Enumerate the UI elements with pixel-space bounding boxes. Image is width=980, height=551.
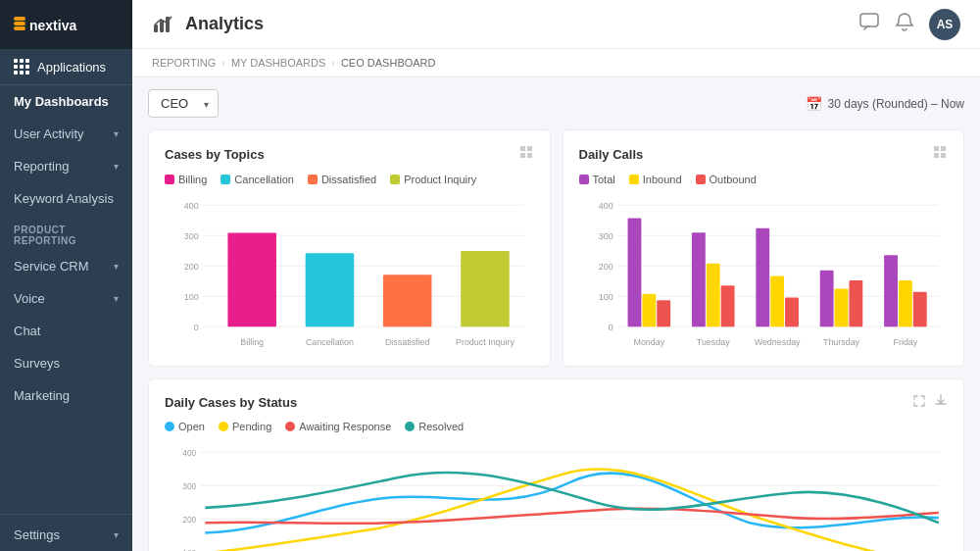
cases-status-line-chart: 400 300 200 100 0 Mon bbox=[165, 442, 948, 551]
calls-download-icon[interactable] bbox=[932, 144, 948, 164]
svg-rect-48 bbox=[706, 264, 719, 327]
svg-text:200: 200 bbox=[598, 262, 612, 272]
svg-rect-9 bbox=[527, 146, 532, 151]
breadcrumb-ceo-dashboard: CEO DASHBOARD bbox=[341, 57, 436, 69]
svg-rect-8 bbox=[520, 146, 525, 151]
svg-rect-44 bbox=[627, 218, 641, 326]
sidebar-item-surveys[interactable]: Surveys bbox=[0, 347, 132, 379]
topbar: Analytics AS bbox=[132, 0, 980, 49]
legend-total: Total bbox=[579, 174, 615, 185]
legend-resolved-dot bbox=[405, 422, 415, 431]
svg-rect-56 bbox=[884, 255, 898, 326]
sidebar-item-marketing[interactable]: Marketing bbox=[0, 379, 132, 412]
filter-row: CEO CFO COO ▾ 📅 30 days (Rounded) – Now bbox=[148, 89, 964, 118]
sidebar-item-reporting[interactable]: Reporting ▾ bbox=[0, 150, 132, 182]
svg-text:Monday: Monday bbox=[633, 337, 664, 347]
svg-rect-47 bbox=[691, 232, 705, 326]
legend-awaiting-response: Awaiting Response bbox=[285, 421, 391, 432]
svg-rect-54 bbox=[834, 288, 848, 326]
svg-rect-10 bbox=[520, 153, 525, 158]
calendar-icon: 📅 bbox=[806, 96, 822, 112]
svg-text:Dissatisfied: Dissatisfied bbox=[385, 337, 430, 347]
legend-open: Open bbox=[165, 421, 205, 432]
topbar-actions: AS bbox=[858, 9, 960, 40]
applications-button[interactable]: Applications bbox=[0, 49, 132, 85]
chat-icon[interactable] bbox=[858, 11, 880, 37]
cases-by-topics-card: Cases by Topics Billing Cancellation bbox=[148, 129, 551, 367]
svg-text:200: 200 bbox=[182, 515, 196, 526]
content-area: CEO CFO COO ▾ 📅 30 days (Rounded) – Now … bbox=[132, 77, 980, 551]
svg-rect-50 bbox=[756, 228, 769, 326]
cases-download-icon[interactable] bbox=[518, 144, 534, 164]
legend-billing: Billing bbox=[165, 174, 207, 185]
cases-status-download-icon[interactable] bbox=[934, 393, 948, 411]
sidebar-header: nextiva bbox=[0, 0, 132, 49]
svg-rect-57 bbox=[898, 280, 911, 326]
legend-inbound-dot bbox=[629, 175, 639, 184]
legend-product-inquiry-dot bbox=[390, 175, 400, 184]
sidebar-item-voice[interactable]: Voice ▾ bbox=[0, 282, 132, 315]
svg-text:100: 100 bbox=[184, 292, 199, 302]
svg-rect-51 bbox=[770, 276, 784, 327]
svg-text:Friday: Friday bbox=[893, 337, 917, 347]
legend-pending: Pending bbox=[219, 421, 271, 432]
svg-rect-49 bbox=[720, 285, 734, 326]
legend-resolved: Resolved bbox=[405, 421, 464, 432]
svg-rect-1 bbox=[14, 22, 25, 25]
sidebar-item-user-activity[interactable]: User Activity ▾ bbox=[0, 118, 132, 150]
svg-rect-31 bbox=[941, 146, 946, 151]
dashboard-dropdown[interactable]: CEO CFO COO bbox=[148, 89, 219, 118]
chevron-icon: ▾ bbox=[114, 161, 119, 172]
legend-pending-dot bbox=[219, 422, 228, 431]
svg-text:Product Inquiry: Product Inquiry bbox=[456, 337, 514, 347]
grid-icon bbox=[14, 59, 29, 75]
page-title: Analytics bbox=[185, 14, 847, 34]
chevron-icon: ▾ bbox=[114, 261, 119, 272]
legend-cancellation: Cancellation bbox=[220, 174, 294, 185]
svg-rect-45 bbox=[642, 294, 656, 327]
analytics-icon bbox=[152, 14, 173, 35]
svg-text:100: 100 bbox=[598, 292, 612, 302]
svg-rect-58 bbox=[912, 292, 926, 327]
sidebar-item-keyword-analysis[interactable]: Keyword Analysis bbox=[0, 182, 132, 215]
breadcrumb-reporting[interactable]: REPORTING bbox=[152, 57, 216, 69]
date-range-label: 30 days (Rounded) – Now bbox=[828, 97, 964, 111]
legend-cancellation-dot bbox=[220, 175, 230, 184]
sidebar-item-settings[interactable]: Settings ▾ bbox=[0, 519, 132, 551]
chevron-icon: ▾ bbox=[114, 293, 119, 304]
dashboard-dropdown-wrapper: CEO CFO COO ▾ bbox=[148, 89, 219, 118]
svg-text:400: 400 bbox=[184, 201, 199, 211]
svg-rect-4 bbox=[154, 25, 158, 32]
svg-text:nextiva: nextiva bbox=[29, 18, 76, 33]
svg-rect-24 bbox=[383, 275, 432, 326]
svg-text:Cancellation: Cancellation bbox=[306, 337, 354, 347]
legend-awaiting-dot bbox=[285, 422, 295, 431]
legend-dissatisfied: Dissatisfied bbox=[308, 174, 376, 185]
expand-icon[interactable] bbox=[912, 394, 926, 411]
user-avatar[interactable]: AS bbox=[929, 9, 960, 40]
sidebar-item-my-dashboards[interactable]: My Dashboards bbox=[0, 85, 132, 118]
svg-rect-55 bbox=[849, 280, 862, 326]
svg-rect-46 bbox=[657, 300, 670, 326]
daily-cases-status-card: Daily Cases by Status Open bbox=[148, 378, 964, 551]
applications-label: Applications bbox=[37, 60, 106, 75]
calls-legend: Total Inbound Outbound bbox=[579, 174, 949, 185]
svg-text:400: 400 bbox=[598, 201, 612, 211]
svg-text:Wednesday: Wednesday bbox=[754, 337, 800, 347]
cases-legend: Billing Cancellation Dissatisfied P bbox=[165, 174, 534, 185]
svg-text:400: 400 bbox=[182, 448, 196, 459]
svg-rect-32 bbox=[934, 153, 939, 158]
svg-rect-22 bbox=[227, 232, 276, 326]
main-content: Analytics AS REPORTING › MY DASHBOARDS ›… bbox=[132, 0, 980, 551]
legend-dissatisfied-dot bbox=[308, 175, 318, 184]
sidebar-item-chat[interactable]: Chat bbox=[0, 315, 132, 347]
notification-icon[interactable] bbox=[894, 11, 915, 37]
chevron-icon: ▾ bbox=[114, 128, 119, 139]
legend-total-dot bbox=[579, 175, 589, 184]
breadcrumb-my-dashboards[interactable]: MY DASHBOARDS bbox=[231, 57, 325, 69]
sidebar-item-service-crm[interactable]: Service CRM ▾ bbox=[0, 250, 132, 282]
calls-bar-chart: 400 300 200 100 0 bbox=[579, 195, 949, 352]
svg-rect-23 bbox=[306, 253, 355, 326]
chevron-icon: ▾ bbox=[114, 529, 119, 540]
daily-cases-title: Daily Cases by Status bbox=[165, 393, 948, 411]
